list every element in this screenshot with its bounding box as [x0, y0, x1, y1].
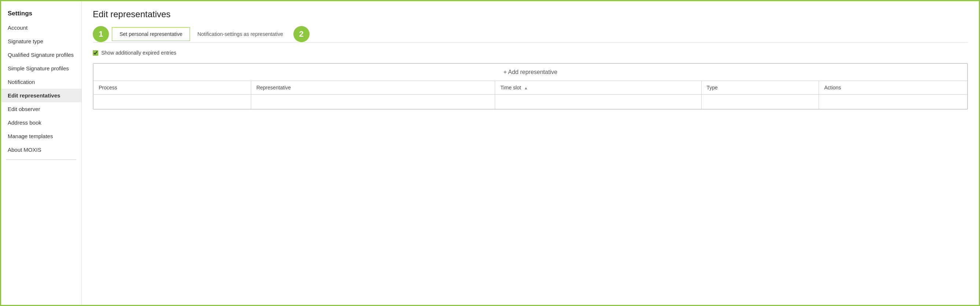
badge-2: 2	[293, 26, 310, 42]
page-title: Edit representatives	[93, 9, 968, 19]
sidebar-item-manage-templates[interactable]: Manage templates	[1, 129, 81, 143]
table-header: Process Representative Time slot ▲ Type …	[94, 81, 967, 95]
table-empty-row	[94, 95, 967, 109]
col-process: Process	[94, 81, 251, 95]
representatives-table-wrapper: + Add representative Process Representat…	[93, 63, 968, 109]
badge-1: 1	[93, 26, 109, 42]
show-expired-checkbox[interactable]	[93, 50, 98, 56]
col-type: Type	[701, 81, 819, 95]
sidebar-item-edit-observer[interactable]: Edit observer	[1, 102, 81, 116]
sidebar-title: Settings	[1, 5, 81, 21]
sidebar-item-edit-representatives[interactable]: Edit representatives	[1, 89, 81, 102]
col-representative: Representative	[251, 81, 495, 95]
add-representative-button[interactable]: + Add representative	[93, 63, 967, 81]
sidebar-item-qualified-signature-profiles[interactable]: Qualified Signature profiles	[1, 48, 81, 62]
sidebar-item-notification[interactable]: Notification	[1, 75, 81, 89]
tabs-row: 1 Set personal representative Notificati…	[93, 26, 968, 43]
representatives-table: Process Representative Time slot ▲ Type …	[93, 81, 967, 109]
tab-notification-settings[interactable]: Notification-settings as representative	[190, 27, 290, 41]
show-expired-label: Show additionally expired entries	[101, 50, 177, 56]
sort-arrow-time-slot: ▲	[524, 86, 528, 90]
sidebar-item-simple-signature-profiles[interactable]: Simple Signature profiles	[1, 62, 81, 75]
sidebar: Settings Account Signature type Qualifie…	[1, 1, 82, 305]
col-actions: Actions	[819, 81, 967, 95]
tab-set-personal-representative[interactable]: Set personal representative	[112, 27, 190, 41]
sidebar-item-about-moxis[interactable]: About MOXIS	[1, 143, 81, 157]
table-body	[94, 95, 967, 109]
main-content: Edit representatives 1 Set personal repr…	[82, 1, 979, 305]
col-time-slot[interactable]: Time slot ▲	[495, 81, 701, 95]
sidebar-item-address-book[interactable]: Address book	[1, 116, 81, 129]
sidebar-divider	[6, 159, 76, 160]
sidebar-item-account[interactable]: Account	[1, 21, 81, 35]
show-expired-row: Show additionally expired entries	[93, 50, 968, 56]
sidebar-item-signature-type[interactable]: Signature type	[1, 35, 81, 48]
